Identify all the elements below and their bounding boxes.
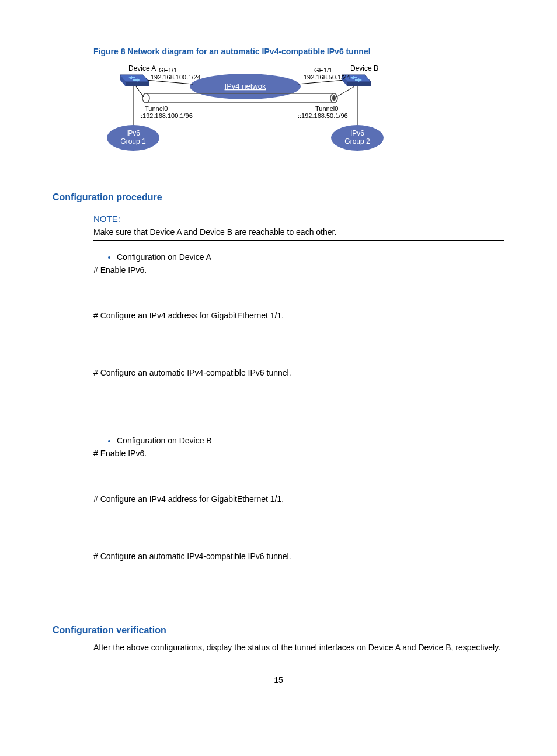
- device-a-label: Device A: [128, 64, 156, 72]
- tunnel-a-label: Tunnel0: [145, 105, 168, 112]
- step-a3: # Configure an automatic IPv4-compatible…: [93, 368, 504, 377]
- device-b-label: Device B: [350, 64, 378, 72]
- step-a1: # Enable IPv6.: [93, 265, 504, 275]
- svg-marker-4: [126, 82, 149, 86]
- note-text: Make sure that Device A and Device B are…: [93, 227, 504, 237]
- note-box: NOTE: Make sure that Device A and Device…: [93, 210, 504, 241]
- ip-b-label: 192.168.50.1/24: [304, 74, 350, 81]
- config-procedure-heading: Configuration procedure: [53, 192, 504, 203]
- step-b2: # Configure an IPv4 address for GigabitE…: [93, 494, 504, 504]
- figure-caption: Figure 8 Network diagram for an automati…: [93, 47, 504, 56]
- network-diagram: IPv4 netwok Device A GE1/1 192.168.100.1…: [93, 62, 397, 169]
- svg-point-9: [142, 93, 149, 103]
- step-b3: # Configure an automatic IPv4-compatible…: [93, 552, 504, 561]
- config-verification-heading: Configuration verification: [53, 625, 504, 636]
- svg-marker-7: [347, 82, 371, 86]
- content-body: Configuration on Device A # Enable IPv6.…: [93, 252, 504, 561]
- group2-l2: Group 2: [344, 137, 370, 145]
- group1-l2: Group 1: [120, 137, 146, 145]
- step-a2: # Configure an IPv4 address for GigabitE…: [93, 311, 504, 320]
- group2-l1: IPv6: [350, 129, 364, 137]
- group1-l1: IPv6: [126, 129, 140, 137]
- svg-line-12: [136, 86, 144, 97]
- note-label: NOTE:: [93, 214, 504, 224]
- device-b-config-title: Configuration on Device B: [117, 436, 504, 445]
- svg-point-11: [332, 95, 336, 101]
- ip-a-label: 192.168.100.1/24: [151, 74, 201, 81]
- verification-text: After the above configurations, display …: [93, 643, 504, 652]
- ge-b-label: GE1/1: [314, 67, 332, 74]
- device-a-config-title: Configuration on Device A: [117, 252, 504, 262]
- page-number: 15: [53, 675, 504, 685]
- tunnel-b-label: Tunnel0: [315, 105, 338, 112]
- tunnel-b-ip: ::192.168.50.1/96: [298, 112, 348, 119]
- svg-line-13: [336, 86, 354, 97]
- ipv4-cloud-label: IPv4 netwok: [225, 82, 266, 91]
- ge-a-label: GE1/1: [159, 67, 177, 74]
- tunnel-a-ip: ::192.168.100.1/96: [139, 112, 193, 119]
- device-a-icon: [120, 75, 149, 86]
- step-b1: # Enable IPv6.: [93, 449, 504, 458]
